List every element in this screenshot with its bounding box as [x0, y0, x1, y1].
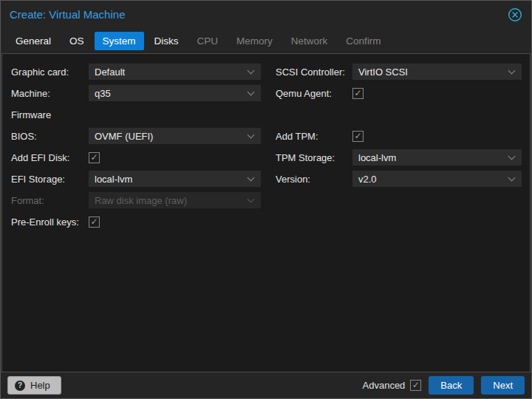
chevron-down-icon — [248, 89, 255, 96]
system-form: Graphic card: Default Machine: q35 Firmw… — [2, 54, 530, 235]
chevron-down-icon — [248, 196, 255, 203]
efi-storage-value: local-lvm — [95, 174, 132, 185]
format-select: Raw disk image (raw) — [89, 192, 261, 208]
graphic-card-value: Default — [95, 66, 125, 78]
tab-network: Network — [283, 32, 336, 50]
qemu-agent-checkbox[interactable]: ✓ — [352, 88, 364, 99]
qemu-agent-row: Qemu Agent: ✓ — [276, 85, 522, 101]
help-icon: ? — [15, 381, 25, 391]
wizard-tabbar: General OS System Disks CPU Memory Netwo… — [1, 28, 531, 53]
spacer-row — [276, 106, 522, 123]
scsi-controller-row: SCSI Controller: VirtIO SCSI — [276, 64, 522, 80]
tab-cpu: CPU — [189, 32, 227, 50]
efi-storage-label: EFI Storage: — [11, 174, 89, 185]
qemu-agent-label: Qemu Agent: — [276, 88, 352, 99]
create-vm-dialog: Create: Virtual Machine General OS Syste… — [0, 0, 532, 399]
format-label: Format: — [11, 195, 89, 206]
tab-memory: Memory — [228, 32, 281, 50]
add-tpm-label: Add TPM: — [276, 131, 352, 142]
tpm-version-select[interactable]: v2.0 — [352, 171, 522, 187]
pre-enroll-keys-checkbox[interactable]: ✓ — [89, 216, 100, 228]
tpm-version-row: Version: v2.0 — [276, 171, 522, 187]
chevron-down-icon — [508, 67, 516, 75]
form-column-left: Graphic card: Default Machine: q35 Firmw… — [11, 64, 261, 235]
firmware-section-label: Firmware — [11, 109, 89, 120]
dialog-footer: ? Help Advanced ✓ Back Next — [1, 372, 531, 398]
bios-select[interactable]: OVMF (UEFI) — [89, 128, 261, 144]
chevron-down-icon — [508, 174, 516, 182]
chevron-down-icon — [248, 132, 255, 139]
check-icon: ✓ — [90, 217, 98, 226]
efi-storage-select[interactable]: local-lvm — [89, 171, 261, 187]
tab-disks[interactable]: Disks — [146, 32, 187, 50]
dialog-title: Create: Virtual Machine — [10, 8, 125, 21]
footer-actions: Advanced ✓ Back Next — [363, 376, 525, 395]
efi-storage-row: EFI Storage: local-lvm — [11, 171, 261, 187]
dialog-titlebar: Create: Virtual Machine — [1, 1, 531, 28]
pre-enroll-keys-row: Pre-Enroll keys: ✓ — [11, 214, 261, 230]
check-icon: ✓ — [354, 132, 361, 140]
add-efi-disk-checkbox[interactable]: ✓ — [89, 152, 100, 163]
format-row: Format: Raw disk image (raw) — [11, 192, 261, 208]
check-icon: ✓ — [412, 381, 420, 389]
help-label: Help — [30, 380, 50, 391]
add-efi-disk-row: Add EFI Disk: ✓ — [11, 149, 261, 166]
advanced-label: Advanced — [363, 380, 406, 391]
tab-system[interactable]: System — [95, 32, 144, 50]
tpm-storage-row: TPM Storage: local-lvm — [276, 149, 522, 166]
machine-row: Machine: q35 — [11, 85, 261, 101]
machine-select[interactable]: q35 — [89, 85, 261, 101]
add-efi-disk-label: Add EFI Disk: — [11, 152, 89, 163]
graphic-card-label: Graphic card: — [11, 66, 89, 78]
tpm-version-label: Version: — [276, 174, 352, 185]
pre-enroll-keys-label: Pre-Enroll keys: — [11, 216, 89, 228]
form-column-right: SCSI Controller: VirtIO SCSI Qemu Agent:… — [276, 64, 522, 235]
graphic-card-select[interactable]: Default — [89, 64, 261, 80]
scsi-controller-select[interactable]: VirtIO SCSI — [352, 64, 522, 80]
back-button[interactable]: Back — [429, 376, 474, 395]
advanced-checkbox[interactable]: ✓ — [410, 380, 421, 391]
check-icon: ✓ — [90, 153, 98, 162]
scsi-controller-label: SCSI Controller: — [276, 66, 352, 78]
close-icon — [508, 7, 522, 22]
graphic-card-row: Graphic card: Default — [11, 64, 261, 80]
next-button[interactable]: Next — [481, 376, 525, 395]
tab-os[interactable]: OS — [61, 32, 92, 50]
add-tpm-row: Add TPM: ✓ — [276, 128, 522, 144]
chevron-down-icon — [248, 174, 255, 182]
tpm-storage-label: TPM Storage: — [276, 152, 352, 163]
chevron-down-icon — [248, 67, 255, 75]
tab-general[interactable]: General — [7, 32, 59, 50]
system-tab-panel: Graphic card: Default Machine: q35 Firmw… — [1, 53, 531, 372]
scsi-controller-value: VirtIO SCSI — [358, 66, 408, 78]
format-value: Raw disk image (raw) — [95, 195, 187, 206]
machine-label: Machine: — [11, 88, 89, 99]
bios-row: BIOS: OVMF (UEFI) — [11, 128, 261, 144]
close-button[interactable] — [508, 7, 522, 22]
chevron-down-icon — [508, 153, 516, 160]
machine-value: q35 — [95, 88, 111, 99]
bios-label: BIOS: — [11, 131, 89, 142]
check-icon: ✓ — [354, 89, 361, 98]
tab-confirm: Confirm — [338, 32, 389, 50]
help-button[interactable]: ? Help — [7, 376, 61, 395]
bios-value: OVMF (UEFI) — [95, 131, 153, 142]
add-tpm-checkbox[interactable]: ✓ — [352, 131, 364, 142]
firmware-section-row: Firmware — [11, 106, 261, 123]
tpm-storage-value: local-lvm — [358, 152, 396, 163]
tpm-storage-select[interactable]: local-lvm — [352, 149, 522, 166]
tpm-version-value: v2.0 — [358, 174, 377, 185]
